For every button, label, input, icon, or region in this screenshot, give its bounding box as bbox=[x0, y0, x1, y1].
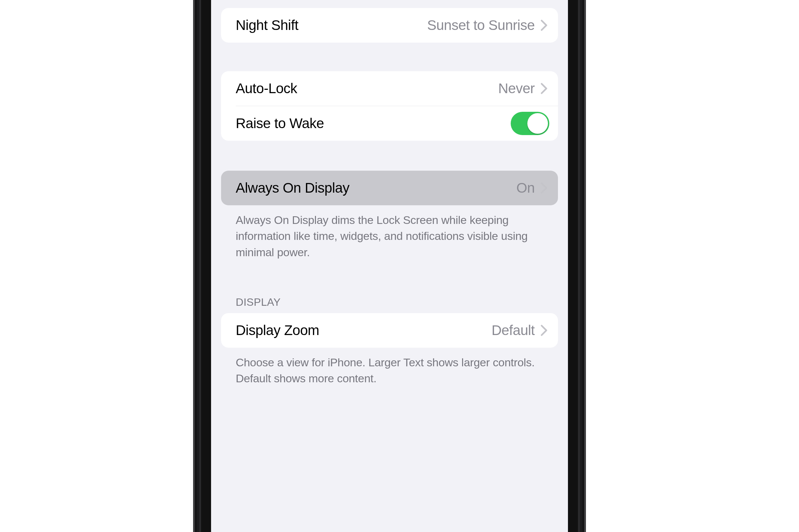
toggle-knob bbox=[527, 113, 548, 134]
display-zoom-row[interactable]: Display Zoom Default bbox=[221, 313, 558, 348]
always-on-display-value: On bbox=[516, 180, 535, 196]
chevron-right-icon bbox=[541, 325, 547, 336]
night-shift-label: Night Shift bbox=[236, 17, 427, 33]
always-on-display-footer: Always On Display dims the Lock Screen w… bbox=[221, 205, 558, 260]
chevron-right-icon bbox=[541, 182, 547, 194]
always-on-display-group: Always On Display On bbox=[221, 171, 558, 205]
settings-content: Night Shift Sunset to Sunrise Auto-Lock bbox=[211, 8, 568, 386]
display-zoom-label: Display Zoom bbox=[236, 322, 491, 338]
screen: Night Shift Sunset to Sunrise Auto-Lock bbox=[211, 0, 568, 532]
chevron-right-icon bbox=[541, 20, 547, 31]
always-on-display-label: Always On Display bbox=[236, 180, 516, 196]
always-on-display-row[interactable]: Always On Display On bbox=[221, 171, 558, 205]
auto-lock-row[interactable]: Auto-Lock Never bbox=[221, 71, 558, 106]
display-zoom-footer: Choose a view for iPhone. Larger Text sh… bbox=[221, 348, 558, 386]
auto-lock-value: Never bbox=[498, 80, 535, 96]
night-shift-row[interactable]: Night Shift Sunset to Sunrise bbox=[221, 8, 558, 43]
raise-to-wake-label: Raise to Wake bbox=[236, 115, 511, 131]
night-shift-value: Sunset to Sunrise bbox=[427, 17, 535, 33]
raise-to-wake-toggle[interactable] bbox=[511, 112, 549, 135]
display-zoom-group: Display Zoom Default bbox=[221, 313, 558, 348]
chevron-right-icon bbox=[541, 83, 547, 94]
night-shift-group: Night Shift Sunset to Sunrise bbox=[221, 8, 558, 43]
device-frame: Night Shift Sunset to Sunrise Auto-Lock bbox=[193, 0, 586, 532]
raise-to-wake-row: Raise to Wake bbox=[221, 106, 558, 141]
auto-lock-label: Auto-Lock bbox=[236, 80, 498, 96]
display-zoom-value: Default bbox=[491, 322, 535, 338]
display-section-header: DISPLAY bbox=[221, 296, 558, 313]
lock-group: Auto-Lock Never Raise to Wake bbox=[221, 71, 558, 141]
